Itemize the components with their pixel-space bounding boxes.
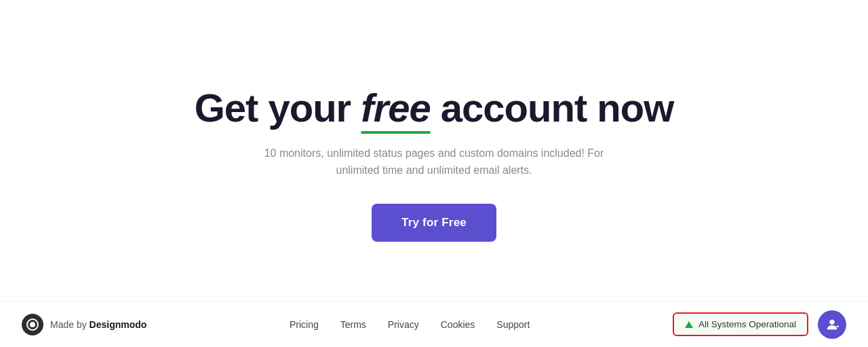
footer-link-terms[interactable]: Terms	[340, 319, 366, 330]
status-triangle-icon	[685, 321, 693, 328]
footer-brand: Made by Designmodo	[22, 314, 146, 335]
status-label: All Systems Operational	[698, 319, 796, 329]
user-icon	[825, 317, 840, 332]
footer-link-privacy[interactable]: Privacy	[388, 319, 419, 330]
status-badge[interactable]: All Systems Operational	[673, 312, 808, 336]
logo-inner	[26, 318, 39, 331]
headline-part2: account now	[431, 86, 674, 130]
made-by-label: Made by Designmodo	[50, 319, 146, 330]
headline: Get your free account now	[195, 86, 674, 130]
footer-link-cookies[interactable]: Cookies	[441, 319, 475, 330]
user-avatar-button[interactable]	[818, 310, 846, 339]
footer-link-support[interactable]: Support	[496, 319, 530, 330]
try-for-free-button[interactable]: Try for Free	[372, 204, 496, 242]
brand-name: Designmodo	[90, 319, 147, 330]
designmodo-logo-icon	[22, 314, 43, 335]
footer-right-section: All Systems Operational	[673, 310, 846, 339]
headline-free-word: free	[361, 86, 430, 130]
footer-link-pricing[interactable]: Pricing	[290, 319, 319, 330]
hero-subtitle: 10 monitors, unlimited status pages and …	[258, 145, 610, 179]
footer-navigation: Pricing Terms Privacy Cookies Support	[290, 319, 530, 330]
page-footer: Made by Designmodo Pricing Terms Privacy…	[0, 301, 868, 347]
hero-section: Get your free account now 10 monitors, u…	[0, 0, 868, 301]
headline-part1: Get your	[195, 86, 361, 130]
svg-point-0	[829, 319, 834, 324]
